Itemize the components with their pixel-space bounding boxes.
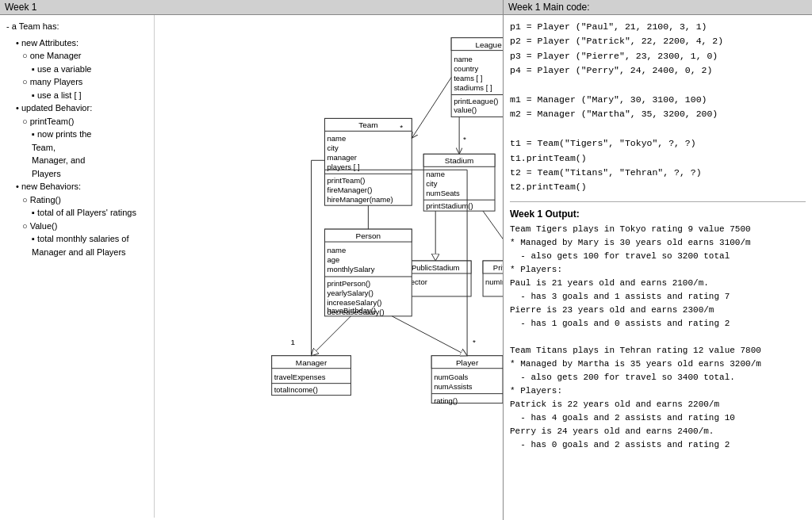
svg-line-69 xyxy=(483,211,503,261)
person-box: Person name age monthlySalary printPerso… xyxy=(325,229,412,316)
svg-text:printStadium(): printStadium() xyxy=(426,201,473,210)
uml-diagram: League name country teams [ ] stadiums [… xyxy=(155,15,503,518)
notes-title: - a Team has: xyxy=(6,20,147,33)
svg-text:Player: Player xyxy=(456,358,479,367)
svg-text:*: * xyxy=(400,123,403,132)
svg-text:yearlySalary(): yearlySalary() xyxy=(327,289,373,297)
svg-text:PrivateStadium: PrivateStadium xyxy=(493,263,503,272)
svg-text:*: * xyxy=(463,135,466,143)
left-content: - a Team has: new Attributes: one Manage… xyxy=(0,15,503,518)
svg-text:PublicStadium: PublicStadium xyxy=(412,263,460,272)
svg-text:Person: Person xyxy=(356,231,381,240)
svg-text:city: city xyxy=(327,143,339,152)
note-item: now prints theTeam,Manager, andPlayers xyxy=(6,128,147,180)
output-title: Week 1 Output: xyxy=(510,208,806,220)
svg-text:printTeam(): printTeam() xyxy=(327,176,366,185)
note-item: total monthly salaries of Manager and al… xyxy=(6,232,147,258)
private-stadium-box: PrivateStadium numInvestors xyxy=(483,261,503,296)
note-item: new Behaviors: xyxy=(6,180,147,193)
svg-text:stadiums [ ]: stadiums [ ] xyxy=(454,83,492,92)
svg-text:Stadium: Stadium xyxy=(445,156,474,165)
svg-text:printPerson(): printPerson() xyxy=(327,279,371,288)
svg-text:Manager: Manager xyxy=(296,358,327,367)
svg-text:*: * xyxy=(473,338,476,346)
svg-text:numGoals: numGoals xyxy=(434,373,468,381)
svg-text:numSeats: numSeats xyxy=(426,189,460,197)
notes-panel: - a Team has: new Attributes: one Manage… xyxy=(0,15,155,518)
svg-text:value(): value() xyxy=(454,105,477,114)
note-item: new Attributes: xyxy=(6,36,147,50)
left-title: Week 1 xyxy=(0,0,503,15)
svg-text:city: city xyxy=(426,179,437,188)
svg-text:Team: Team xyxy=(358,120,377,129)
notes-list: new Attributes: one Manager use a variab… xyxy=(6,36,147,259)
svg-text:age: age xyxy=(327,255,340,264)
svg-text:numAssists: numAssists xyxy=(434,382,473,391)
note-item: Rating() xyxy=(6,193,147,207)
diagram-area: League name country teams [ ] stadiums [… xyxy=(155,15,503,518)
note-item: updated Behavior: xyxy=(6,101,147,115)
svg-text:name: name xyxy=(426,170,445,178)
left-panel: Week 1 - a Team has: new Attributes: one… xyxy=(0,0,504,520)
note-item: Value() xyxy=(6,220,147,233)
svg-text:1: 1 xyxy=(291,338,296,346)
note-item: use a variable xyxy=(6,63,147,76)
stadium-box: Stadium name city numSeats printStadium(… xyxy=(423,154,495,211)
svg-text:rating(): rating() xyxy=(434,396,458,405)
svg-text:numInvestors: numInvestors xyxy=(485,277,503,286)
league-box: League name country teams [ ] stadiums [… xyxy=(451,38,503,117)
svg-text:League: League xyxy=(475,40,502,49)
output-block: Team Tigers plays in Tokyo rating 9 valu… xyxy=(510,223,806,453)
player-box: Player numGoals numAssists rating() xyxy=(431,356,503,405)
divider xyxy=(510,201,806,202)
team-box: Team name city manager players [ ] print… xyxy=(325,118,412,205)
svg-line-73 xyxy=(392,316,467,356)
svg-line-71 xyxy=(312,316,351,356)
svg-line-66 xyxy=(412,78,451,139)
svg-text:name: name xyxy=(454,55,473,63)
manager-box: Manager travelExpenses totalIncome() xyxy=(272,356,351,396)
svg-text:name: name xyxy=(327,246,347,254)
note-item: one Manager xyxy=(6,49,147,63)
svg-text:printLeague(): printLeague() xyxy=(454,97,498,105)
svg-text:hireManager(name): hireManager(name) xyxy=(327,195,393,204)
svg-text:monthlySalary: monthlySalary xyxy=(327,265,375,273)
svg-text:travelExpenses: travelExpenses xyxy=(274,373,326,381)
svg-text:totalIncome(): totalIncome() xyxy=(274,385,318,394)
code-block: p1 = Player ("Paul", 21, 2100, 3, 1) p2 … xyxy=(510,20,806,195)
note-item: printTeam() xyxy=(6,115,147,128)
right-title: Week 1 Main code: xyxy=(504,0,812,15)
svg-text:name: name xyxy=(327,134,347,143)
note-item: total of all Players' ratings xyxy=(6,206,147,220)
svg-text:country: country xyxy=(454,64,478,73)
svg-text:teams [ ]: teams [ ] xyxy=(454,74,482,82)
svg-text:haveBirthday(): haveBirthday() xyxy=(327,306,377,315)
note-item: use a list [ ] xyxy=(6,89,147,102)
svg-text:manager: manager xyxy=(327,153,357,162)
svg-text:fireManager(): fireManager() xyxy=(327,185,373,194)
note-item: many Players xyxy=(6,75,147,89)
right-panel: Week 1 Main code: p1 = Player ("Paul", 2… xyxy=(504,0,812,520)
